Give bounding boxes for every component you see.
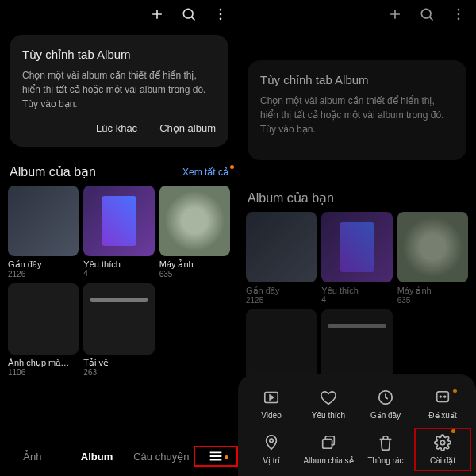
album-item[interactable]: Ảnh chụp mà…1106 xyxy=(8,283,79,376)
section-title: Album của bạn xyxy=(10,164,96,179)
svg-point-6 xyxy=(458,13,460,16)
trash-icon xyxy=(377,434,394,451)
shared-icon xyxy=(320,434,337,451)
search-icon[interactable] xyxy=(181,6,197,22)
svg-point-5 xyxy=(458,9,460,11)
menu-button[interactable] xyxy=(194,446,238,467)
album-item[interactable] xyxy=(246,309,317,383)
svg-point-13 xyxy=(270,439,274,443)
album-thumb xyxy=(321,212,392,282)
album-thumb xyxy=(83,186,154,256)
add-icon[interactable] xyxy=(149,6,165,22)
bottom-tabs: Ảnh Album Câu chuyện xyxy=(0,436,238,476)
album-item[interactable]: Yêu thích4 xyxy=(83,186,154,278)
clock-icon xyxy=(377,389,394,406)
card-body: Chọn một vài album cần thiết để hiển thị… xyxy=(22,68,216,111)
svg-point-4 xyxy=(421,9,431,18)
view-all-link[interactable]: Xem tất cả xyxy=(182,167,228,178)
svg-point-15 xyxy=(440,440,445,445)
video-icon xyxy=(263,389,280,406)
section-header: Album của bạn Xem tất cả xyxy=(0,153,238,186)
card-actions: Lúc khác Chọn album xyxy=(22,122,216,134)
tab-photos[interactable]: Ảnh xyxy=(0,451,64,463)
topbar xyxy=(238,0,476,29)
sheet-trash[interactable]: Thùng rác xyxy=(357,434,414,465)
svg-rect-14 xyxy=(323,439,332,448)
svg-point-3 xyxy=(220,18,222,21)
sheet-video[interactable]: Video xyxy=(243,389,300,420)
card-title: Tùy chỉnh tab Album xyxy=(260,73,454,87)
album-thumb xyxy=(159,186,230,256)
album-thumb xyxy=(8,186,79,256)
later-button[interactable]: Lúc khác xyxy=(96,122,137,134)
svg-rect-10 xyxy=(437,392,449,402)
section-header: Album của bạn xyxy=(238,167,476,212)
album-item[interactable]: Yêu thích4 xyxy=(321,212,392,305)
sheet-suggest[interactable]: Đề xuất xyxy=(414,389,471,420)
add-icon[interactable] xyxy=(387,6,403,22)
svg-point-12 xyxy=(444,396,446,397)
notification-dot xyxy=(230,165,234,169)
more-icon[interactable] xyxy=(451,6,466,22)
sheet-location[interactable]: Vị trí xyxy=(243,434,300,465)
svg-point-2 xyxy=(220,13,222,16)
search-icon[interactable] xyxy=(419,6,435,22)
sheet-recent[interactable]: Gần đây xyxy=(357,389,414,420)
album-thumb xyxy=(397,212,468,282)
tab-albums[interactable]: Album xyxy=(64,451,129,463)
section-title: Album của bạn xyxy=(248,190,334,205)
sheet-settings[interactable]: Cài đặt xyxy=(414,428,471,471)
album-item[interactable]: Tải về263 xyxy=(83,283,154,376)
album-item[interactable]: Máy ảnh635 xyxy=(159,186,230,278)
heart-icon xyxy=(320,389,337,406)
svg-point-0 xyxy=(183,9,193,18)
album-item[interactable] xyxy=(321,309,392,383)
location-icon xyxy=(263,434,280,451)
gear-icon xyxy=(434,434,451,451)
album-item[interactable]: Gần đây2126 xyxy=(8,186,79,278)
screen-left: Tùy chỉnh tab Album Chọn một vài album c… xyxy=(0,0,238,476)
svg-point-11 xyxy=(440,396,441,397)
notification-dot xyxy=(225,455,228,459)
suggest-icon xyxy=(434,389,451,406)
album-item[interactable]: Gần đây2125 xyxy=(246,212,317,305)
bottom-sheet: Video Yêu thích Gần đây Đề xuất Vị trí A… xyxy=(238,374,476,476)
album-grid: Gần đây2126 Yêu thích4 Máy ảnh635 Ảnh ch… xyxy=(0,186,238,377)
album-thumb xyxy=(83,283,154,354)
notification-dot xyxy=(451,429,455,433)
card-title: Tùy chỉnh tab Album xyxy=(22,48,216,62)
sheet-grid: Video Yêu thích Gần đây Đề xuất Vị trí A… xyxy=(243,389,471,465)
album-item[interactable]: Máy ảnh635 xyxy=(397,212,468,305)
notification-dot xyxy=(453,389,457,393)
sheet-favorites[interactable]: Yêu thích xyxy=(300,389,357,420)
sheet-shared[interactable]: Album chia sẻ xyxy=(300,434,357,465)
tab-stories[interactable]: Câu chuyện xyxy=(129,451,194,463)
svg-point-1 xyxy=(220,9,222,11)
album-thumb xyxy=(246,212,317,282)
svg-point-7 xyxy=(458,18,460,21)
album-thumb xyxy=(8,283,79,354)
album-grid: Gần đây2125 Yêu thích4 Máy ảnh635 xyxy=(238,212,476,384)
topbar xyxy=(0,0,238,29)
choose-album-button[interactable]: Chọn album xyxy=(159,122,216,134)
customize-card: Tùy chỉnh tab Album Chọn một vài album c… xyxy=(248,60,466,160)
screen-right: Tùy chỉnh tab Album Chọn một vài album c… xyxy=(238,0,476,476)
album-thumb xyxy=(246,309,317,380)
more-icon[interactable] xyxy=(213,6,228,22)
card-body: Chọn một vài album cần thiết để hiển thị… xyxy=(260,94,454,136)
album-thumb xyxy=(321,309,392,380)
menu-icon xyxy=(207,447,225,465)
customize-card: Tùy chỉnh tab Album Chọn một vài album c… xyxy=(10,35,228,147)
